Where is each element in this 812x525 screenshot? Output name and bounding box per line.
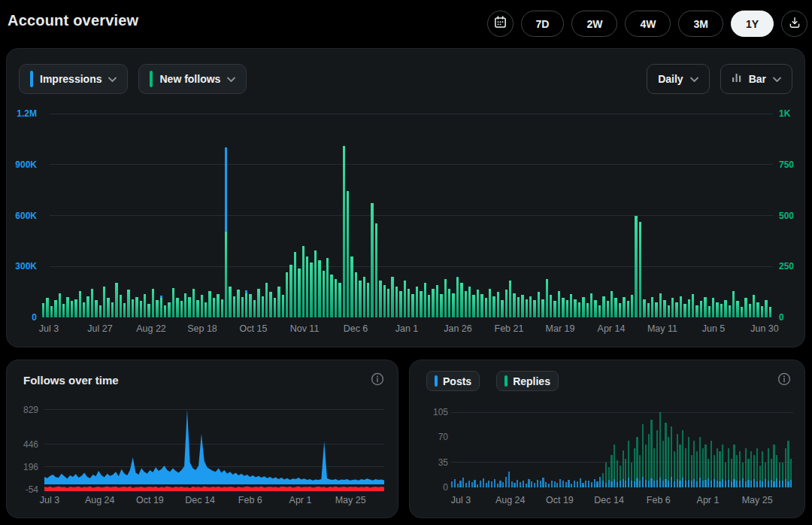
axis-tick-label: Jun 30 xyxy=(739,323,790,334)
axis-tick-label: Oct 19 xyxy=(125,495,174,505)
chevron-down-icon xyxy=(690,72,698,86)
axis-tick-label: Apr 1 xyxy=(683,495,733,505)
panel-title: Follows over time xyxy=(23,374,119,387)
axis-tick-label: 0 xyxy=(7,312,37,323)
axis-tick-label: 35 xyxy=(418,457,448,468)
legend-label: Replies xyxy=(513,375,550,387)
chart-display-controls: Daily Bar xyxy=(647,64,792,94)
axis-tick-label: Aug 22 xyxy=(126,323,177,334)
axis-tick-label: 750 xyxy=(779,159,806,170)
activity-legend: Posts Replies xyxy=(426,371,559,391)
chart-type-selector[interactable]: Bar xyxy=(720,64,792,94)
axis-tick-label: 196 xyxy=(8,462,38,472)
info-icon[interactable] xyxy=(777,372,791,386)
axis-tick-label: Oct 15 xyxy=(228,323,279,334)
header: Account overview 7D 2W 4W 3M 1Y xyxy=(0,0,812,48)
chevron-down-icon xyxy=(108,72,117,86)
axis-tick-label: Feb 6 xyxy=(634,495,683,505)
axis-tick-label: 900K xyxy=(7,159,37,170)
axis-tick-label: 70 xyxy=(418,432,448,442)
legend-label: Posts xyxy=(443,375,471,387)
axis-tick-label: May 25 xyxy=(326,495,375,505)
info-icon[interactable] xyxy=(371,372,384,386)
range-button-2w[interactable]: 2W xyxy=(571,11,617,37)
metric-label: New follows xyxy=(159,73,220,85)
axis-tick-label: Jul 27 xyxy=(74,323,126,334)
impressions-accent-bar xyxy=(30,71,33,87)
axis-tick-label: Jan 1 xyxy=(381,323,432,334)
axis-tick-label: 0 xyxy=(779,312,806,323)
axis-tick-label: 250 xyxy=(779,261,806,272)
axis-tick-label: Aug 24 xyxy=(486,495,535,505)
legend-chip-posts[interactable]: Posts xyxy=(426,371,480,391)
axis-tick-label: Sep 18 xyxy=(177,323,228,334)
metric-selector-impressions[interactable]: Impressions xyxy=(19,64,128,94)
axis-tick-label: 500 xyxy=(779,211,806,221)
follows-over-time-panel: Follows over time 829446196-54 Jul 3Aug … xyxy=(6,360,398,518)
granularity-value: Daily xyxy=(658,73,683,85)
range-button-7d[interactable]: 7D xyxy=(521,11,565,37)
axis-tick-label: Oct 19 xyxy=(535,495,584,505)
axis-tick-label: Jul 3 xyxy=(25,495,74,505)
chevron-down-icon xyxy=(227,72,235,86)
axis-tick-label: Jan 26 xyxy=(432,323,483,334)
axis-tick-label: 0 xyxy=(418,482,448,493)
axis-tick-label: Jul 3 xyxy=(23,323,74,334)
range-button-3m[interactable]: 3M xyxy=(678,11,723,37)
granularity-selector[interactable]: Daily xyxy=(647,64,709,94)
axis-tick-label: Aug 24 xyxy=(75,495,125,505)
axis-tick-label: May 25 xyxy=(732,495,782,505)
impressions-new-follows-chart[interactable] xyxy=(42,114,773,317)
calendar-button[interactable] xyxy=(487,11,514,37)
axis-tick-label: Mar 19 xyxy=(535,323,586,334)
axis-tick-label: Dec 14 xyxy=(175,495,225,505)
new-follows-accent-bar xyxy=(150,71,153,87)
axis-tick-label: 829 xyxy=(8,405,38,415)
axis-tick-label: Jul 3 xyxy=(436,495,486,505)
download-icon xyxy=(788,16,801,32)
axis-tick-label: Apr 14 xyxy=(586,323,637,334)
axis-tick-label: 1.2M xyxy=(7,108,37,119)
axis-tick-label: Feb 6 xyxy=(226,495,275,505)
range-button-1y[interactable]: 1Y xyxy=(731,11,774,37)
axis-tick-label: 300K xyxy=(7,261,37,272)
axis-tick-label: -54 xyxy=(8,484,38,495)
axis-tick-label: Dec 6 xyxy=(330,323,381,334)
metric-selector-new-follows[interactable]: New follows xyxy=(138,64,247,94)
replies-legend-bar xyxy=(504,375,508,387)
axis-tick-label: Feb 21 xyxy=(483,323,535,334)
axis-tick-label: 1K xyxy=(779,108,806,119)
axis-tick-label: Jun 5 xyxy=(688,323,739,334)
axis-tick-label: May 11 xyxy=(637,323,688,334)
metric-selectors: Impressions New follows xyxy=(19,64,247,94)
axis-tick-label: Apr 1 xyxy=(276,495,326,505)
bar-chart-icon xyxy=(732,72,742,86)
posts-replies-chart[interactable] xyxy=(451,412,793,487)
account-overview-chart-panel: Impressions New follows Daily Bar xyxy=(6,48,805,347)
chevron-down-icon xyxy=(773,72,781,86)
axis-tick-label: Dec 14 xyxy=(584,495,634,505)
legend-chip-replies[interactable]: Replies xyxy=(496,371,559,391)
date-range-controls: 7D 2W 4W 3M 1Y xyxy=(487,11,807,37)
axis-tick-label: 600K xyxy=(7,211,37,221)
posts-legend-bar xyxy=(435,375,438,387)
axis-tick-label: Nov 11 xyxy=(279,323,330,334)
follows-over-time-chart[interactable] xyxy=(44,405,384,491)
posts-replies-panel: Posts Replies 10570350 Jul 3Aug 24Oct 19… xyxy=(409,360,805,518)
axis-tick-label: 105 xyxy=(418,407,448,417)
chart-type-value: Bar xyxy=(749,73,766,85)
page-title: Account overview xyxy=(8,12,138,29)
download-button[interactable] xyxy=(781,11,807,37)
axis-tick-label: 446 xyxy=(8,439,38,450)
metric-label: Impressions xyxy=(40,73,102,85)
calendar-icon xyxy=(493,15,508,32)
range-button-4w[interactable]: 4W xyxy=(625,11,671,37)
